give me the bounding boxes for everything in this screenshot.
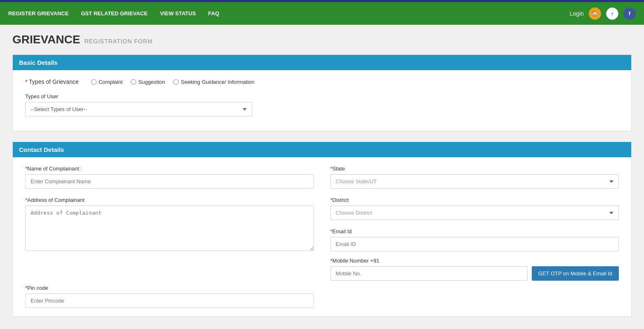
- address-field: *Address of Complainant: [25, 197, 314, 281]
- radio-suggestion[interactable]: Suggestion: [131, 79, 165, 85]
- radio-guidance-label: Seeking Guidance/ Information: [181, 79, 255, 85]
- radio-complaint[interactable]: Complaint: [91, 79, 123, 85]
- name-label-text: Name of Complainant :: [27, 166, 82, 172]
- radio-complaint-input[interactable]: [91, 79, 97, 85]
- page-title-area: GRIEVANCE REGISTRATION FORM: [12, 33, 632, 46]
- state-select[interactable]: Choose State/UT: [330, 174, 619, 189]
- home-icon[interactable]: 🏠: [589, 7, 601, 20]
- otp-button[interactable]: GET OTP on Mobile & Email Id: [532, 266, 619, 281]
- grievance-type-row: * Types of Grievance Complaint Suggestio…: [25, 70, 619, 93]
- nav-register-grievance[interactable]: REGISTER GRIEVANCE: [8, 10, 68, 17]
- address-label-text: Address of Complainant: [27, 197, 85, 203]
- twitter-icon[interactable]: t: [606, 7, 618, 20]
- district-field: *District Choose District *Email Id *Mob…: [330, 197, 619, 281]
- navigation: REGISTER GRIEVANCE GST RELATED GRIEVACE …: [0, 2, 644, 25]
- mobile-label-text: Mobile Number +91: [333, 258, 380, 264]
- radio-complaint-label: Complaint: [99, 79, 123, 85]
- radio-suggestion-input[interactable]: [131, 79, 136, 85]
- page-subtitle: REGISTRATION FORM: [84, 38, 153, 45]
- name-input[interactable]: [25, 174, 314, 189]
- page-content: GRIEVANCE REGISTRATION FORM Basic Detail…: [0, 25, 644, 329]
- radio-guidance[interactable]: Seeking Guidance/ Information: [173, 79, 255, 85]
- mobile-label: *Mobile Number +91: [330, 258, 619, 264]
- user-type-label: Types of User: [25, 93, 273, 99]
- email-label-text: Email Id: [333, 228, 352, 234]
- radio-guidance-input[interactable]: [173, 79, 179, 85]
- grievance-radio-group: Complaint Suggestion Seeking Guidance/ I…: [91, 79, 255, 85]
- contact-details-title: Contact Details: [19, 146, 64, 153]
- pincode-field: *Pin code: [25, 285, 314, 308]
- contact-details-body: *Name of Complainant : *State Choose Sta…: [13, 157, 631, 316]
- grievance-label-text: Types of Grievance: [29, 78, 79, 85]
- nav-view-status[interactable]: VIEW STATUS: [160, 10, 196, 17]
- name-label: *Name of Complainant :: [25, 166, 314, 172]
- district-select[interactable]: Choose District: [330, 206, 619, 220]
- nav-gst-grievance[interactable]: GST RELATED GRIEVACE: [81, 10, 147, 17]
- district-label-text: District: [333, 197, 349, 203]
- basic-details-body: * Types of Grievance Complaint Suggestio…: [13, 70, 631, 131]
- user-type-group: Types of User --Select Types of User-- I…: [25, 93, 273, 125]
- state-label-text: State: [333, 166, 345, 172]
- nav-faq[interactable]: FAQ: [208, 10, 219, 17]
- nav-links: REGISTER GRIEVANCE GST RELATED GRIEVACE …: [8, 10, 570, 17]
- address-input[interactable]: [25, 206, 314, 251]
- email-label: *Email Id: [330, 228, 619, 234]
- basic-details-title: Basic Details: [19, 59, 57, 66]
- address-label: *Address of Complainant: [25, 197, 314, 203]
- pincode-label-text: Pin code: [27, 285, 48, 291]
- facebook-icon[interactable]: f: [623, 7, 636, 20]
- nav-right: Login 🏠 t f: [570, 7, 636, 20]
- user-type-select[interactable]: --Select Types of User-- Individual Busi…: [25, 102, 252, 116]
- state-label: *State: [330, 166, 619, 172]
- state-field: *State Choose State/UT: [330, 166, 619, 189]
- email-input[interactable]: [330, 237, 619, 251]
- login-link[interactable]: Login: [570, 10, 584, 17]
- grievance-type-label: * Types of Grievance: [25, 78, 79, 85]
- name-field: *Name of Complainant :: [25, 166, 314, 189]
- contact-details-header: Contact Details: [13, 142, 631, 157]
- mobile-otp-row: GET OTP on Mobile & Email Id: [330, 266, 619, 281]
- basic-details-header: Basic Details: [13, 55, 631, 70]
- contact-details-section: Contact Details *Name of Complainant : *…: [12, 142, 632, 317]
- district-label: *District: [330, 197, 619, 203]
- radio-suggestion-label: Suggestion: [138, 79, 165, 85]
- pincode-label: *Pin code: [25, 285, 314, 291]
- basic-details-section: Basic Details * Types of Grievance Compl…: [12, 54, 632, 131]
- pincode-input[interactable]: [25, 293, 314, 308]
- page-title: GRIEVANCE: [12, 33, 80, 46]
- mobile-input[interactable]: [330, 266, 528, 281]
